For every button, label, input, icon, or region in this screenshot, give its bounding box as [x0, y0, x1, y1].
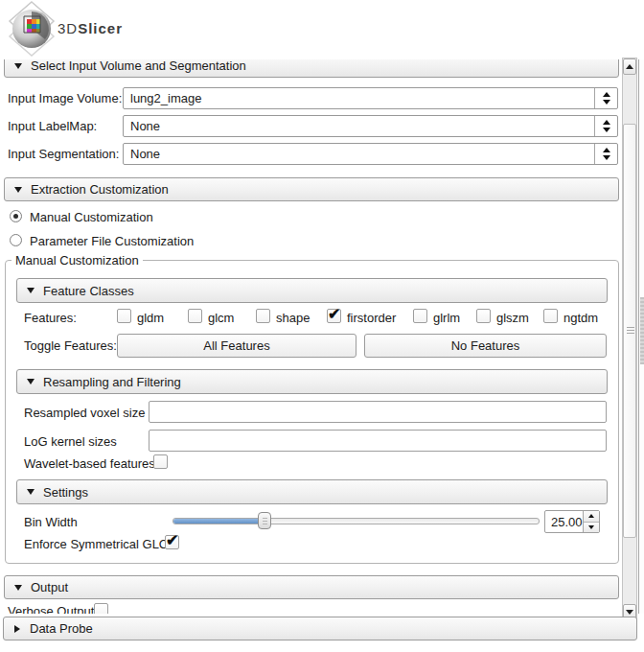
scrollbar-up-icon[interactable] [623, 58, 636, 75]
section-title: Data Probe [30, 621, 93, 636]
module-panel-viewport: Select Input Volume and Segmentation Inp… [0, 59, 621, 614]
combobox-spinner-icon[interactable] [594, 88, 617, 108]
verbose-output-checkbox[interactable] [94, 603, 108, 614]
combobox-spinner-icon[interactable] [594, 116, 617, 136]
section-title: Resampling and Filtering [43, 375, 181, 389]
section-header-output[interactable]: Output [4, 575, 619, 599]
combobox-value: None [130, 119, 160, 133]
window-scrollbar-thumb[interactable] [640, 297, 644, 364]
input-segmentation-label: Input Segmentation: [8, 147, 119, 161]
resampled-voxel-size-label: Resampled voxel size [24, 406, 145, 420]
bin-width-value: 25.00 [551, 515, 583, 529]
feature-label-ngtdm[interactable]: ngtdm [564, 311, 598, 325]
feature-label-glrlm[interactable]: glrlm [433, 311, 460, 325]
feature-checkbox-glrlm[interactable] [413, 309, 427, 323]
section-header-feature-classes[interactable]: Feature Classes [16, 278, 608, 303]
input-labelmap-label: Input LabelMap: [8, 119, 97, 133]
feature-checkbox-firstorder[interactable] [327, 309, 341, 323]
section-header-settings[interactable]: Settings [16, 479, 608, 504]
no-features-button[interactable]: No Features [364, 334, 607, 358]
wavelet-based-features-label: Wavelet-based features [24, 456, 155, 471]
combobox-value: lung2_image [130, 91, 201, 105]
bin-width-slider-fill [173, 519, 264, 524]
feature-label-shape[interactable]: shape [276, 311, 310, 325]
enforce-symmetrical-glcm-label: Enforce Symmetrical GLCM [24, 537, 178, 551]
manual-customization-radio-label[interactable]: Manual Customization [30, 210, 153, 224]
window-scrollbar[interactable] [638, 59, 644, 614]
log-kernel-sizes-input[interactable] [149, 430, 607, 452]
module-panel-content: Select Input Volume and Segmentation Inp… [0, 59, 621, 614]
log-kernel-sizes-label: LoG kernel sizes [24, 434, 117, 449]
button-label: All Features [203, 338, 269, 353]
feature-checkbox-shape[interactable] [256, 309, 270, 323]
slicer-logo-icon [4, 0, 59, 58]
collapse-arrow-icon [27, 288, 34, 293]
section-title: Feature Classes [43, 284, 134, 298]
scrollbar-grip-icon [627, 327, 634, 335]
section-header-resampling-filtering[interactable]: Resampling and Filtering [16, 369, 608, 394]
feature-label-firstorder[interactable]: firstorder [347, 311, 396, 325]
bin-width-label: Bin Width [24, 515, 78, 529]
section-header-extraction-customization[interactable]: Extraction Customization [4, 177, 619, 201]
feature-checkbox-glcm[interactable] [188, 309, 202, 323]
all-features-button[interactable]: All Features [117, 334, 356, 358]
resampled-voxel-size-input[interactable] [149, 401, 607, 423]
bin-width-slider[interactable] [172, 518, 540, 524]
manual-customization-radio[interactable] [10, 210, 22, 222]
input-image-volume-label: Input Image Volume: [8, 91, 122, 105]
feature-checkbox-ngtdm[interactable] [543, 309, 558, 323]
bin-width-slider-handle[interactable] [258, 512, 271, 529]
section-header-select-input[interactable]: Select Input Volume and Segmentation [4, 59, 619, 78]
manual-customization-groupbox-title: Manual Customization [12, 253, 143, 268]
feature-checkbox-glszm[interactable] [476, 309, 491, 323]
wavelet-based-features-checkbox[interactable] [153, 454, 168, 469]
toggle-features-label: Toggle Features: [24, 338, 117, 353]
collapse-arrow-icon [14, 187, 22, 193]
parameter-file-customization-radio-label[interactable]: Parameter File Customization [30, 234, 194, 248]
combobox-value: None [130, 147, 160, 161]
feature-label-glszm[interactable]: glszm [496, 311, 529, 325]
verbose-output-label: Verbose Output [8, 604, 94, 614]
scrollbar-thumb[interactable] [623, 124, 636, 538]
collapse-arrow-icon [14, 63, 22, 69]
input-segmentation-combobox[interactable]: None [123, 143, 618, 165]
features-label: Features: [24, 311, 77, 325]
panel-scrollbar[interactable] [622, 58, 637, 621]
collapse-arrow-icon [14, 585, 22, 591]
section-title: Output [31, 580, 68, 594]
app-title: 3DSlicer [58, 20, 123, 36]
spinbox-down-icon[interactable] [584, 523, 599, 533]
collapse-arrow-icon [27, 489, 34, 495]
section-title: Extraction Customization [31, 182, 169, 197]
app-logo: 3DSlicer [4, 0, 196, 58]
enforce-symmetrical-glcm-checkbox[interactable] [165, 535, 179, 549]
bin-width-spinbox[interactable]: 25.00 [544, 510, 600, 533]
feature-label-glcm[interactable]: glcm [208, 311, 234, 325]
parameter-file-customization-radio[interactable] [10, 234, 22, 246]
feature-checkbox-gldm[interactable] [117, 309, 131, 323]
collapse-arrow-icon [14, 625, 20, 633]
button-label: No Features [451, 338, 520, 353]
section-title: Settings [43, 485, 88, 500]
combobox-spinner-icon[interactable] [594, 144, 617, 164]
input-labelmap-combobox[interactable]: None [123, 115, 618, 137]
feature-label-gldm[interactable]: gldm [137, 311, 164, 325]
spinbox-up-icon[interactable] [584, 511, 599, 523]
section-header-data-probe[interactable]: Data Probe [3, 617, 637, 640]
input-image-volume-combobox[interactable]: lung2_image [123, 87, 618, 109]
section-title: Select Input Volume and Segmentation [31, 59, 246, 73]
collapse-arrow-icon [27, 379, 34, 384]
